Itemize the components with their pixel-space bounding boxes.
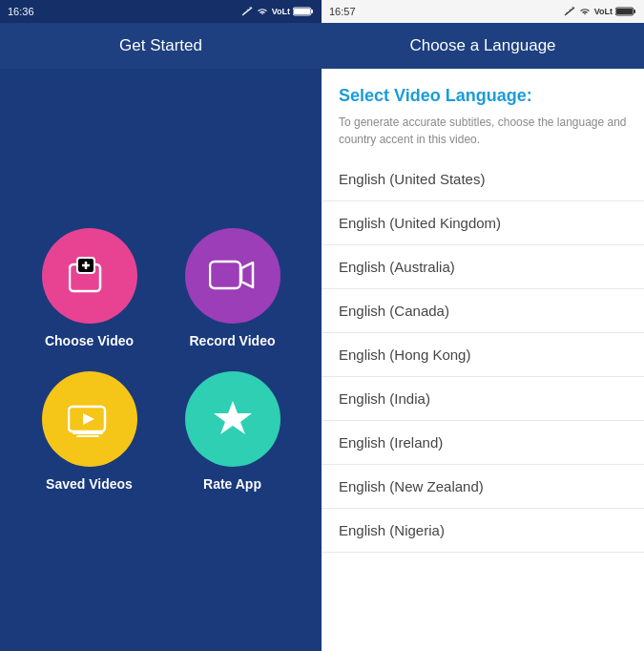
choose-video-label: Choose Video: [45, 333, 134, 348]
status-icons-left: VoLt: [241, 7, 314, 16]
saved-videos-item[interactable]: Saved Videos: [28, 371, 152, 492]
language-item[interactable]: English (Canada): [322, 289, 644, 333]
language-item[interactable]: English (Hong Kong): [322, 333, 644, 377]
rate-app-icon: [211, 398, 255, 440]
svg-rect-19: [616, 9, 633, 14]
language-item[interactable]: English (United Kingdom): [322, 201, 644, 245]
left-panel: 16:36 VoLt Get Started: [0, 0, 322, 651]
record-video-label: Record Video: [190, 333, 276, 348]
record-video-icon: [209, 259, 257, 293]
silent-icon: [241, 7, 253, 16]
right-panel: 16:57 VoLt Choose a Language Select Vide…: [322, 0, 644, 651]
saved-videos-icon: [68, 401, 112, 437]
status-time-left: 16:36: [8, 6, 34, 17]
battery-icon-left: [293, 7, 314, 16]
svg-marker-12: [83, 413, 94, 425]
rate-app-button[interactable]: [185, 371, 280, 467]
signal-text-right: VoLt: [594, 7, 613, 16]
svg-rect-13: [73, 431, 103, 434]
rate-app-label: Rate App: [203, 476, 261, 492]
header-title-left: Get Started: [119, 36, 202, 55]
svg-line-0: [242, 8, 252, 15]
choose-video-button[interactable]: [42, 228, 137, 324]
record-video-button[interactable]: [185, 228, 280, 324]
language-item[interactable]: English (New Zealand): [322, 465, 644, 509]
saved-videos-label: Saved Videos: [46, 476, 133, 492]
header-right: Choose a Language: [322, 23, 644, 69]
choose-video-item[interactable]: Choose Video: [28, 228, 152, 348]
right-content: Select Video Language: To generate accur…: [322, 69, 644, 651]
svg-marker-15: [214, 401, 252, 434]
svg-marker-10: [241, 262, 253, 287]
status-time-right: 16:57: [329, 6, 356, 17]
wifi-icon-right: [578, 7, 592, 16]
left-content: Choose Video Record Video: [0, 69, 322, 651]
wifi-icon: [256, 7, 269, 16]
select-subtitle: To generate accurate subtitles, choose t…: [339, 114, 627, 148]
header-title-right: Choose a Language: [409, 36, 555, 55]
silent-icon-right: [564, 7, 575, 16]
svg-rect-2: [311, 10, 313, 13]
language-item[interactable]: English (Ireland): [322, 421, 644, 465]
svg-rect-18: [634, 10, 635, 13]
battery-icon-right: [615, 7, 636, 16]
header-left: Get Started: [0, 23, 322, 69]
svg-rect-9: [210, 262, 240, 288]
svg-line-16: [565, 8, 574, 15]
status-bar-left: 16:36 VoLt: [0, 0, 322, 23]
language-item[interactable]: English (United States): [322, 158, 644, 201]
status-icons-right: VoLt: [564, 7, 636, 16]
record-video-item[interactable]: Record Video: [171, 228, 295, 348]
rate-app-item[interactable]: Rate App: [171, 371, 295, 492]
signal-text-left: VoLt: [272, 7, 290, 16]
language-item[interactable]: English (India): [322, 377, 644, 421]
choose-video-icon: [69, 257, 111, 295]
language-item[interactable]: English (Nigeria): [322, 509, 644, 553]
svg-rect-14: [76, 435, 99, 437]
actions-grid: Choose Video Record Video: [28, 228, 295, 492]
select-video-language-title: Select Video Language:: [339, 86, 627, 106]
language-list: English (United States)English (United K…: [322, 158, 644, 553]
svg-rect-3: [294, 9, 310, 14]
language-item[interactable]: English (Australia): [322, 245, 644, 289]
status-bar-right: 16:57 VoLt: [322, 0, 644, 23]
select-title-section: Select Video Language: To generate accur…: [322, 69, 644, 158]
saved-videos-button[interactable]: [42, 371, 137, 467]
